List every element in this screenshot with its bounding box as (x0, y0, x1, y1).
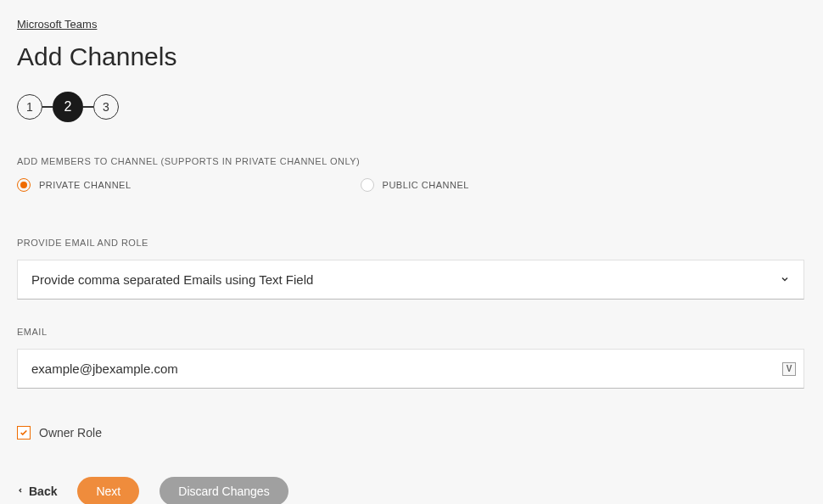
chevron-down-icon (780, 273, 790, 287)
stepper: 1 2 3 (17, 92, 806, 122)
select-value: Provide comma separated Emails using Tex… (31, 272, 313, 287)
breadcrumb-link[interactable]: Microsoft Teams (17, 18, 97, 31)
step-1[interactable]: 1 (17, 94, 42, 120)
members-section-label: ADD MEMBERS TO CHANNEL (SUPPORTS IN PRIV… (17, 156, 806, 166)
email-role-label: PROVIDE EMAIL AND ROLE (17, 238, 806, 248)
step-2[interactable]: 2 (53, 92, 83, 122)
step-3[interactable]: 3 (93, 94, 119, 120)
email-role-select[interactable]: Provide comma separated Emails using Tex… (17, 260, 804, 300)
step-connector (42, 106, 53, 108)
radio-label: PUBLIC CHANNEL (383, 180, 469, 190)
radio-icon (361, 178, 374, 192)
back-button[interactable]: Back (17, 484, 57, 498)
input-badge-icon: V (782, 362, 796, 376)
button-row: Back Next Discard Changes (17, 477, 806, 504)
owner-role-checkbox[interactable]: Owner Role (17, 426, 806, 440)
channel-type-radiogroup: PRIVATE CHANNEL PUBLIC CHANNEL (17, 178, 806, 192)
checkbox-icon (17, 426, 31, 440)
radio-icon (17, 178, 31, 192)
chevron-left-icon (17, 485, 24, 497)
step-connector (83, 106, 93, 108)
next-button[interactable]: Next (77, 477, 139, 504)
back-label: Back (29, 484, 57, 498)
checkbox-label: Owner Role (39, 426, 102, 440)
discard-button[interactable]: Discard Changes (160, 477, 288, 504)
email-label: EMAIL (17, 327, 806, 337)
radio-label: PRIVATE CHANNEL (39, 180, 132, 190)
radio-public-channel[interactable]: PUBLIC CHANNEL (361, 178, 469, 192)
email-input[interactable] (17, 349, 804, 389)
radio-private-channel[interactable]: PRIVATE CHANNEL (17, 178, 132, 192)
page-title: Add Channels (17, 42, 806, 71)
